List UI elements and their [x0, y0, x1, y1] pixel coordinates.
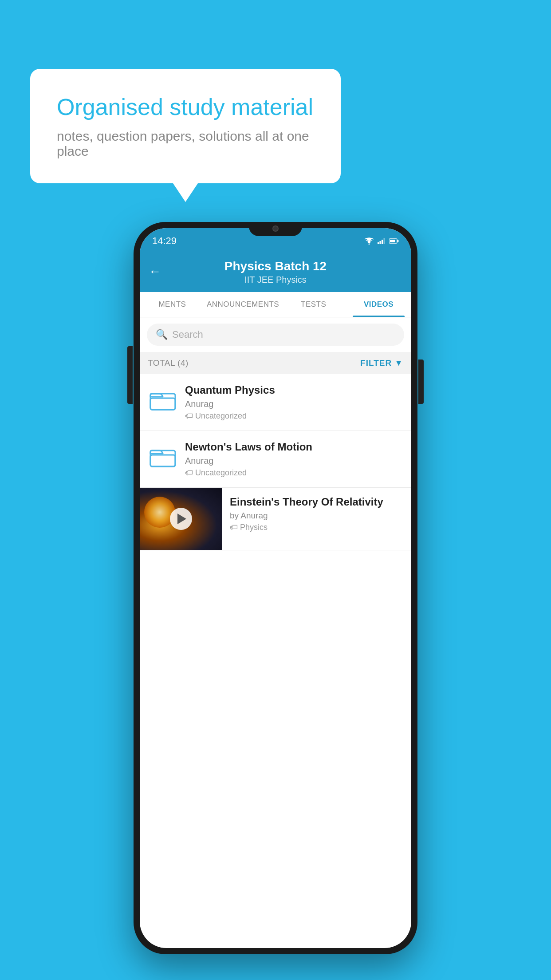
- item-author: Anurag: [185, 399, 403, 409]
- svg-rect-10: [150, 398, 175, 410]
- filter-row: TOTAL (4) FILTER ▼: [140, 352, 411, 374]
- svg-rect-8: [390, 240, 395, 242]
- search-icon: 🔍: [156, 329, 168, 340]
- search-placeholder: Search: [172, 329, 203, 340]
- speech-bubble-subtitle: notes, question papers, solutions all at…: [57, 129, 314, 159]
- total-count: TOTAL (4): [148, 358, 189, 368]
- svg-rect-13: [150, 455, 175, 466]
- video-thumbnail: [140, 488, 222, 550]
- item-title: Newton's Laws of Motion: [185, 441, 403, 453]
- tag-icon: 🏷: [185, 468, 193, 478]
- speech-bubble-title: Organised study material: [57, 93, 314, 121]
- signal-icon: [378, 238, 386, 244]
- phone-notch: [249, 222, 302, 236]
- phone-container: 14:29: [134, 222, 417, 954]
- item-info: Einstein's Theory Of Relativity by Anura…: [222, 488, 411, 540]
- wifi-icon: [364, 237, 374, 245]
- tab-videos[interactable]: VIDEOS: [346, 292, 411, 317]
- tab-announcements[interactable]: ANNOUNCEMENTS: [205, 292, 281, 317]
- header-subtitle: IIT JEE Physics: [149, 275, 402, 285]
- filter-icon: ▼: [394, 358, 403, 368]
- svg-point-1: [369, 244, 370, 245]
- list-item[interactable]: Einstein's Theory Of Relativity by Anura…: [140, 488, 411, 550]
- video-list: Quantum Physics Anurag 🏷 Uncategorized: [140, 374, 411, 550]
- item-tag: 🏷 Physics: [230, 523, 403, 532]
- phone-outer: 14:29: [134, 222, 417, 954]
- tag-label: Physics: [240, 523, 268, 532]
- filter-button[interactable]: FILTER ▼: [360, 358, 403, 368]
- item-thumbnail: [148, 441, 178, 471]
- svg-rect-3: [380, 241, 381, 244]
- item-thumbnail: [148, 384, 178, 414]
- tabs-bar: MENTS ANNOUNCEMENTS TESTS VIDEOS: [140, 292, 411, 317]
- speech-bubble: Organised study material notes, question…: [30, 69, 341, 183]
- tab-tests[interactable]: TESTS: [281, 292, 346, 317]
- status-time: 14:29: [152, 235, 177, 247]
- item-info: Newton's Laws of Motion Anurag 🏷 Uncateg…: [185, 441, 403, 478]
- speech-bubble-container: Organised study material notes, question…: [30, 69, 341, 183]
- item-tag: 🏷 Uncategorized: [185, 411, 403, 421]
- app-header: ← Physics Batch 12 IIT JEE Physics: [140, 251, 411, 292]
- phone-screen: 14:29: [140, 228, 411, 948]
- folder-icon: [150, 387, 176, 411]
- item-author: by Anurag: [230, 511, 403, 521]
- item-tag: 🏷 Uncategorized: [185, 468, 403, 478]
- svg-rect-2: [378, 242, 379, 244]
- item-author: Anurag: [185, 456, 403, 466]
- svg-rect-5: [384, 238, 385, 244]
- item-info: Quantum Physics Anurag 🏷 Uncategorized: [185, 384, 403, 421]
- svg-marker-0: [367, 240, 371, 244]
- folder-icon: [150, 444, 176, 468]
- tag-label: Uncategorized: [195, 411, 247, 421]
- svg-rect-7: [398, 240, 399, 242]
- search-container: 🔍 Search: [140, 317, 411, 352]
- tag-icon: 🏷: [185, 411, 193, 421]
- item-title: Einstein's Theory Of Relativity: [230, 496, 403, 508]
- svg-rect-4: [382, 240, 383, 244]
- play-icon: [177, 514, 186, 524]
- item-title: Quantum Physics: [185, 384, 403, 396]
- list-item[interactable]: Newton's Laws of Motion Anurag 🏷 Uncateg…: [140, 431, 411, 488]
- back-button[interactable]: ←: [149, 265, 161, 279]
- list-item[interactable]: Quantum Physics Anurag 🏷 Uncategorized: [140, 374, 411, 431]
- search-bar[interactable]: 🔍 Search: [147, 324, 404, 346]
- filter-label: FILTER: [360, 358, 392, 368]
- tag-label: Uncategorized: [195, 468, 247, 478]
- tag-icon: 🏷: [230, 523, 238, 532]
- status-icons: [364, 237, 399, 245]
- front-camera: [272, 225, 279, 232]
- battery-icon: [389, 238, 399, 244]
- play-button[interactable]: [170, 508, 192, 530]
- tab-ments[interactable]: MENTS: [140, 292, 205, 317]
- header-title: Physics Batch 12: [149, 259, 402, 273]
